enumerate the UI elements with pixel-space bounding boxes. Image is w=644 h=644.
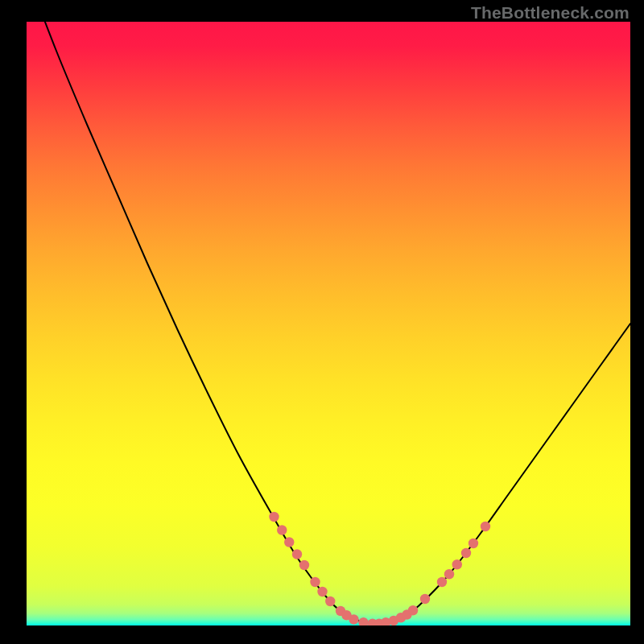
plot-area [27,22,630,625]
highlight-dot [461,548,471,558]
highlight-dots [269,512,490,625]
watermark-text: TheBottleneck.com [471,3,630,23]
highlight-dot [358,617,368,625]
bottleneck-curve [27,22,630,624]
highlight-dot [349,614,358,624]
chart-svg [27,22,630,625]
highlight-dot [408,605,418,615]
highlight-dot [481,522,490,531]
highlight-dot [437,577,447,587]
highlight-dot [325,597,335,606]
highlight-dot [452,559,462,569]
highlight-dot [420,594,430,604]
chart-frame: TheBottleneck.com [0,0,644,644]
highlight-dot [310,577,320,587]
highlight-dot [317,587,327,597]
highlight-dot [277,525,287,535]
highlight-dot [292,549,302,559]
highlight-dot [299,560,309,570]
highlight-dot [444,569,454,579]
highlight-dot [469,539,478,548]
highlight-dot [269,512,279,522]
highlight-dot [284,537,294,547]
